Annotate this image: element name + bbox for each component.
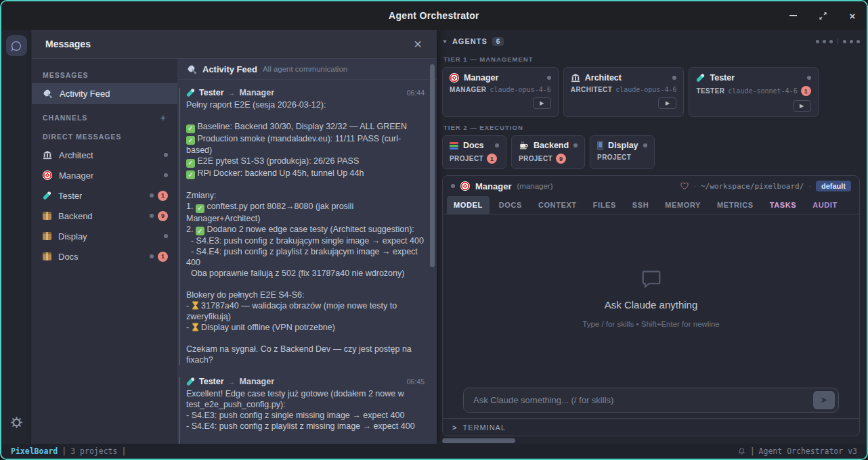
sidebar-item-tester[interactable]: Tester 1 xyxy=(32,185,177,206)
agent-card-name: Tester xyxy=(710,73,735,83)
messages-section-label: MESSAGES xyxy=(32,66,177,83)
message-from: Tester xyxy=(199,88,224,97)
agent-card-role: PROJECT xyxy=(450,155,483,162)
agent-card-manager[interactable]: Manager MANAGER claude-opus-4-6 ▶ xyxy=(442,67,559,117)
dm-name: Manager xyxy=(59,170,93,181)
agent-detail-header: Manager (manager) · ~/workspace/pixelboa… xyxy=(443,176,859,196)
separator-dot: · xyxy=(808,182,811,190)
app-window: Agent Orchestrator × xyxy=(0,0,868,460)
feed-scroll-area: Tester → Manager 06:44 Pełny raport E2E … xyxy=(177,80,437,444)
unread-badge: 9 xyxy=(158,211,168,221)
status-dot xyxy=(451,184,455,188)
dm-name: Architect xyxy=(59,150,93,160)
messages-close-button[interactable]: × xyxy=(410,36,426,52)
minimize-icon xyxy=(789,15,797,16)
feed-subtitle: All agent communication xyxy=(263,65,347,73)
agents-count-badge: 6 xyxy=(492,37,504,46)
bell-icon[interactable] xyxy=(737,447,746,456)
messages-panel-body: MESSAGES Activity Feed CHANNELS + DIRECT… xyxy=(32,59,437,444)
activity-feed: Activity Feed All agent communication Te… xyxy=(177,59,437,444)
separator-dot: · xyxy=(693,182,696,190)
chat-bubble-icon xyxy=(10,40,22,52)
dm-name: Tester xyxy=(58,191,82,201)
tab-model[interactable]: MODEL xyxy=(447,196,490,214)
window-controls: × xyxy=(787,1,859,30)
agent-detail-role: (manager) xyxy=(517,182,552,190)
target-icon xyxy=(460,181,470,191)
tier2-label: TIER 2 — EXECUTION xyxy=(443,124,860,131)
agent-card-display[interactable]: Display PROJECT xyxy=(590,135,654,169)
message-time: 06:44 xyxy=(407,89,425,97)
tab-memory[interactable]: MEMORY xyxy=(658,196,708,214)
agent-card-backend[interactable]: Backend PROJECT 9 xyxy=(511,135,585,169)
add-channel-button[interactable]: + xyxy=(160,112,167,123)
agent-detail-name: Manager xyxy=(475,181,511,191)
tab-audit[interactable]: AUDIT xyxy=(806,196,844,214)
message-to: Manager xyxy=(240,88,274,97)
agent-card-role: TESTER xyxy=(696,87,724,95)
sidebar-item-architect[interactable]: Architect xyxy=(32,145,177,165)
agent-card-docs[interactable]: Docs PROJECT 1 xyxy=(442,135,506,169)
run-agent-button[interactable]: ▶ xyxy=(793,100,811,112)
collapse-caret-icon[interactable]: ▼ xyxy=(442,39,448,45)
left-rail xyxy=(1,30,32,444)
window-title: Agent Orchestrator xyxy=(389,10,479,21)
statusbar-version: Agent Orchestrator v3 xyxy=(759,446,857,456)
arrow-icon: → xyxy=(228,377,236,386)
satellite-icon xyxy=(187,64,197,74)
settings-button[interactable] xyxy=(8,414,24,430)
tab-context[interactable]: CONTEXT xyxy=(531,196,584,214)
tab-tasks[interactable]: TASKS xyxy=(763,196,803,214)
agent-card-role: PROJECT xyxy=(597,154,631,161)
unread-badge: 1 xyxy=(801,86,811,96)
classical-building-icon xyxy=(43,150,52,160)
maximize-icon xyxy=(819,12,827,20)
agents-menu-dots[interactable] xyxy=(816,39,860,45)
presence-dot xyxy=(150,254,154,258)
run-agent-button[interactable]: ▶ xyxy=(533,97,551,109)
agent-card-model: claude-sonnet-4-6 xyxy=(728,87,797,95)
terminal-label: TERMINAL xyxy=(462,423,506,432)
arrow-icon: → xyxy=(228,89,236,97)
close-button[interactable]: × xyxy=(846,9,859,22)
coffee-icon xyxy=(519,141,529,150)
agent-card-architect[interactable]: Architect ARCHITECT claude-opus-4-6 ▶ xyxy=(563,67,685,117)
agent-detail-body: Ask Claude anything Type / for skills • … xyxy=(443,214,859,382)
run-agent-button[interactable]: ▶ xyxy=(658,97,676,109)
close-icon: × xyxy=(850,10,856,22)
send-button[interactable] xyxy=(813,391,835,409)
agent-card-tester[interactable]: Tester TESTER claude-sonnet-4-6 1 ▶ xyxy=(689,67,818,117)
sidebar-item-display[interactable]: Display xyxy=(32,226,177,246)
dm-name: Backend xyxy=(58,211,93,221)
messages-panel-title: Messages xyxy=(45,39,91,49)
status-dot xyxy=(495,143,499,147)
maximize-button[interactable] xyxy=(817,9,829,22)
messages-rail-button[interactable] xyxy=(6,35,27,56)
minimize-button[interactable] xyxy=(787,9,799,22)
dm-list: Architect Manager Tester 1 Backend 9 Dis… xyxy=(32,145,177,267)
presence-dot xyxy=(164,234,168,238)
check-icon: ✓ xyxy=(196,204,204,213)
agents-panel: ▼ AGENTS 6 TIER 1 — MANAGEMENT Manager M… xyxy=(437,30,867,444)
session-badge[interactable]: default xyxy=(816,181,851,191)
sidebar-item-docs[interactable]: Docs 1 xyxy=(32,246,177,267)
tab-metrics[interactable]: METRICS xyxy=(710,196,760,214)
package-icon xyxy=(43,252,51,260)
check-icon: ✓ xyxy=(186,124,195,133)
tab-docs[interactable]: DOCS xyxy=(492,196,529,214)
sidebar-item-activity-feed[interactable]: Activity Feed xyxy=(32,83,177,104)
agents-hscrollbar[interactable] xyxy=(442,438,515,443)
workspace-path: ~/workspace/pixelboard/ xyxy=(701,182,804,191)
sidebar-item-backend[interactable]: Backend 9 xyxy=(32,206,177,226)
tab-ssh[interactable]: SSH xyxy=(626,196,655,214)
presence-dot xyxy=(164,153,168,157)
feed-scrollbar[interactable] xyxy=(430,64,435,267)
feed-message: Tester → Manager 06:44 Pełny raport E2E … xyxy=(179,88,425,365)
tab-files[interactable]: FILES xyxy=(586,196,623,214)
ask-claude-input[interactable] xyxy=(473,395,813,405)
terminal-toggle[interactable]: > TERMINAL xyxy=(443,418,859,436)
status-dot xyxy=(643,143,647,147)
sidebar-item-manager[interactable]: Manager xyxy=(32,165,177,185)
satellite-icon xyxy=(187,64,197,74)
heart-icon[interactable] xyxy=(680,183,689,190)
